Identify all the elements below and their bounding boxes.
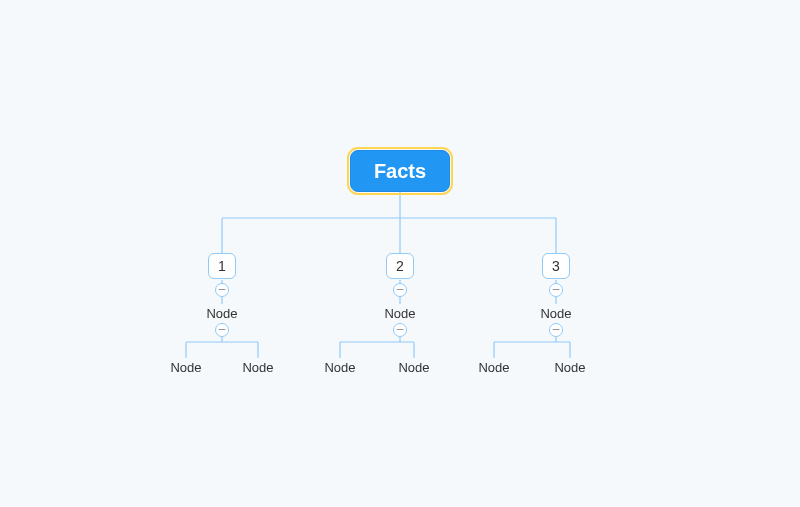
branch-3-toggle[interactable]: – [549, 283, 563, 297]
branch-3-leaf-l[interactable]: Node [464, 358, 524, 376]
branch-2-leaf-l-label: Node [324, 360, 355, 375]
branch-3-leaf-r-label: Node [554, 360, 585, 375]
branch-2-mid-toggle[interactable]: – [393, 323, 407, 337]
branch-1-box[interactable]: 1 [208, 253, 236, 279]
branch-3-leaf-r[interactable]: Node [540, 358, 600, 376]
branch-1-mid[interactable]: Node [192, 304, 252, 322]
branch-1-leaf-l-label: Node [170, 360, 201, 375]
branch-1-leaf-l[interactable]: Node [156, 358, 216, 376]
branch-3-mid-toggle[interactable]: – [549, 323, 563, 337]
root-node[interactable]: Facts [350, 150, 450, 192]
branch-1-mid-toggle[interactable]: – [215, 323, 229, 337]
branch-2-leaf-r[interactable]: Node [384, 358, 444, 376]
branch-2-leaf-r-label: Node [398, 360, 429, 375]
branch-3-leaf-l-label: Node [478, 360, 509, 375]
branch-1-leaf-r[interactable]: Node [228, 358, 288, 376]
branch-2-mid[interactable]: Node [370, 304, 430, 322]
branch-2-num: 2 [396, 258, 404, 274]
branch-1-num: 1 [218, 258, 226, 274]
branch-1-leaf-r-label: Node [242, 360, 273, 375]
branch-2-toggle[interactable]: – [393, 283, 407, 297]
branch-2-leaf-l[interactable]: Node [310, 358, 370, 376]
root-label: Facts [374, 160, 426, 183]
branch-1-mid-label: Node [206, 306, 237, 321]
branch-3-mid-label: Node [540, 306, 571, 321]
branch-2-box[interactable]: 2 [386, 253, 414, 279]
branch-3-num: 3 [552, 258, 560, 274]
branch-3-mid[interactable]: Node [526, 304, 586, 322]
branch-2-mid-label: Node [384, 306, 415, 321]
branch-3-box[interactable]: 3 [542, 253, 570, 279]
branch-1-toggle[interactable]: – [215, 283, 229, 297]
